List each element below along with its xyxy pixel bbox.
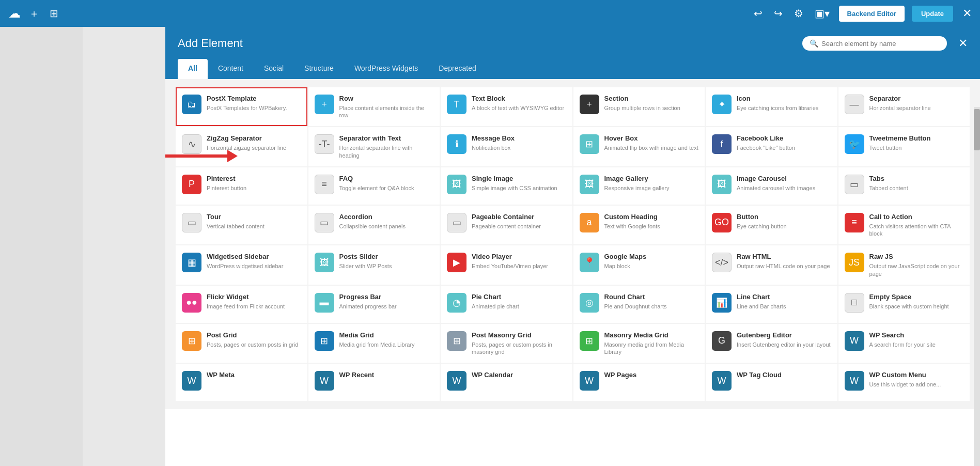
- element-name: Separator: [869, 95, 931, 103]
- element-icon: ▦: [182, 253, 201, 272]
- element-item[interactable]: WWP SearchA search form for your site: [838, 324, 970, 363]
- element-item[interactable]: WWP Meta: [176, 364, 307, 401]
- element-desc: Simple image with CSS animation: [472, 184, 557, 192]
- element-item[interactable]: WWP Calendar: [441, 364, 572, 401]
- settings-icon[interactable]: ⚙: [792, 5, 805, 22]
- element-item[interactable]: 📊Line ChartLine and Bar charts: [706, 286, 837, 323]
- element-item[interactable]: GOButtonEye catching button: [706, 206, 837, 244]
- search-input[interactable]: [821, 40, 925, 48]
- display-icon[interactable]: ▣▾: [813, 5, 832, 22]
- element-item[interactable]: —SeparatorHorizontal separator line: [838, 87, 970, 126]
- element-desc: Eye catching icons from libraries: [737, 104, 818, 112]
- tab-structure[interactable]: Structure: [294, 59, 344, 79]
- tab-all[interactable]: All: [178, 59, 208, 79]
- element-item[interactable]: □Empty SpaceBlank space with custom heig…: [838, 286, 970, 323]
- element-desc: Facebook "Like" button: [737, 144, 795, 151]
- element-item[interactable]: +SectionGroup multiple rows in section: [573, 87, 705, 126]
- element-item[interactable]: ▭TourVertical tabbed content: [176, 206, 307, 244]
- element-item[interactable]: ⊞Media GridMedia grid from Media Library: [308, 324, 440, 363]
- element-item[interactable]: 🖼Posts SliderSlider with WP Posts: [308, 245, 440, 284]
- redo-icon[interactable]: ↪: [772, 5, 785, 22]
- element-item[interactable]: ⊞Masonry Media GridMasonry media grid fr…: [573, 324, 705, 363]
- element-item[interactable]: 📍Google MapsMap block: [573, 245, 705, 284]
- element-item[interactable]: ●●Flickr WidgetImage feed from Flickr ac…: [176, 286, 307, 323]
- search-box[interactable]: 🔍: [802, 36, 947, 51]
- tab-content[interactable]: Content: [208, 59, 254, 79]
- element-item[interactable]: ▭TabsTabbed content: [838, 167, 970, 205]
- element-item[interactable]: ▭AccordionCollapsible content panels: [308, 206, 440, 244]
- element-item[interactable]: ℹMessage BoxNotification box: [441, 127, 572, 166]
- element-item[interactable]: ▭Pageable ContainerPageable content cont…: [441, 206, 572, 244]
- element-name: Line Chart: [737, 293, 786, 302]
- element-name: Google Maps: [604, 253, 647, 261]
- element-item[interactable]: ⊞Post GridPosts, pages or custom posts i…: [176, 324, 307, 363]
- element-name: Raw HTML: [737, 253, 830, 261]
- element-item[interactable]: ✦IconEye catching icons from libraries: [706, 87, 837, 126]
- element-item[interactable]: ◎Round ChartPie and Doughnut charts: [573, 286, 705, 323]
- element-item[interactable]: WWP Pages: [573, 364, 705, 401]
- element-name: Message Box: [472, 134, 515, 143]
- element-name: Flickr Widget: [207, 293, 285, 302]
- element-icon: 🖼: [712, 175, 732, 194]
- element-icon: 🖼: [447, 175, 466, 194]
- element-item[interactable]: -T-Separator with TextHorizontal separat…: [308, 127, 440, 166]
- element-item[interactable]: ▦Widgetised SidebarWordPress widgetised …: [176, 245, 307, 284]
- element-icon: ⊞: [447, 331, 466, 351]
- element-item[interactable]: GGutenberg EditorInsert Gutenberg editor…: [706, 324, 837, 363]
- element-icon: +: [315, 95, 334, 114]
- element-name: Post Masonry Grid: [472, 331, 566, 340]
- panel-header: Add Element 🔍 ✕ All Content Social Struc…: [165, 27, 980, 79]
- element-item[interactable]: 🖼Image GalleryResponsive image gallery: [573, 167, 705, 205]
- element-item[interactable]: 🖼Image CarouselAnimated carousel with im…: [706, 167, 837, 205]
- element-desc: Output raw HTML code on your page: [737, 262, 830, 270]
- element-item[interactable]: PPinterestPinterest button: [176, 167, 307, 205]
- element-item[interactable]: 🗂PostX TemplatePostX Templates for WPBak…: [176, 87, 307, 126]
- element-name: Empty Space: [869, 293, 949, 302]
- element-item[interactable]: ◔Pie ChartAnimated pie chart: [441, 286, 572, 323]
- element-item[interactable]: WWP Custom MenuUse this widget to add on…: [838, 364, 970, 401]
- tab-deprecated[interactable]: Deprecated: [428, 59, 486, 79]
- element-item[interactable]: WWP Recent: [308, 364, 440, 401]
- element-item[interactable]: JSRaw JSOutput raw JavaScript code on yo…: [838, 245, 970, 284]
- element-item[interactable]: +RowPlace content elements inside the ro…: [308, 87, 440, 126]
- element-icon: P: [182, 175, 201, 194]
- element-item[interactable]: ≡Call to ActionCatch visitors attention …: [838, 206, 970, 244]
- element-desc: Vertical tabbed content: [207, 223, 265, 230]
- element-desc: Horizontal separator line: [869, 104, 931, 112]
- sidebar: [0, 27, 83, 466]
- panel-close-icon[interactable]: ✕: [958, 37, 968, 50]
- element-icon: G: [712, 331, 732, 351]
- toolbar-close-icon[interactable]: ✕: [962, 7, 972, 20]
- update-button[interactable]: Update: [912, 6, 953, 22]
- element-name: Call to Action: [869, 213, 964, 222]
- element-item[interactable]: ⊞Hover BoxAnimated flip box with image a…: [573, 127, 705, 166]
- scrollbar-thumb[interactable]: [974, 109, 980, 150]
- element-item[interactable]: WWP Tag Cloud: [706, 364, 837, 401]
- grid-icon[interactable]: ⊞: [48, 5, 60, 22]
- element-item[interactable]: ⊞Post Masonry GridPosts, pages or custom…: [441, 324, 572, 363]
- element-item[interactable]: </>Raw HTMLOutput raw HTML code on your …: [706, 245, 837, 284]
- element-item[interactable]: 🐦Tweetmeme ButtonTweet button: [838, 127, 970, 166]
- tab-social[interactable]: Social: [254, 59, 294, 79]
- backend-editor-button[interactable]: Backend Editor: [839, 6, 905, 22]
- add-icon[interactable]: ＋: [27, 5, 41, 23]
- tab-wordpress-widgets[interactable]: WordPress Widgets: [344, 59, 428, 79]
- undo-icon[interactable]: ↩: [752, 5, 765, 22]
- element-desc: Collapsible content panels: [339, 223, 406, 230]
- element-item[interactable]: ≡FAQToggle element for Q&A block: [308, 167, 440, 205]
- element-item[interactable]: aCustom HeadingText with Google fonts: [573, 206, 705, 244]
- highlight-arrow: [165, 150, 238, 162]
- scrollbar-track[interactable]: [974, 107, 980, 466]
- element-desc: Media grid from Media Library: [339, 341, 415, 348]
- element-item[interactable]: TText BlockA block of text with WYSIWYG …: [441, 87, 572, 126]
- element-item[interactable]: 🖼Single ImageSimple image with CSS anima…: [441, 167, 572, 205]
- element-icon: 📍: [580, 253, 599, 272]
- element-name: Masonry Media Grid: [604, 331, 699, 340]
- element-item[interactable]: fFacebook LikeFacebook "Like" button: [706, 127, 837, 166]
- element-desc: Toggle element for Q&A block: [339, 184, 414, 192]
- element-item[interactable]: ▬Progress BarAnimated progress bar: [308, 286, 440, 323]
- element-name: WP Search: [869, 331, 936, 340]
- element-icon: +: [580, 95, 599, 114]
- element-icon: 🗂: [182, 95, 201, 114]
- element-item[interactable]: ▶Video PlayerEmbed YouTube/Vimeo player: [441, 245, 572, 284]
